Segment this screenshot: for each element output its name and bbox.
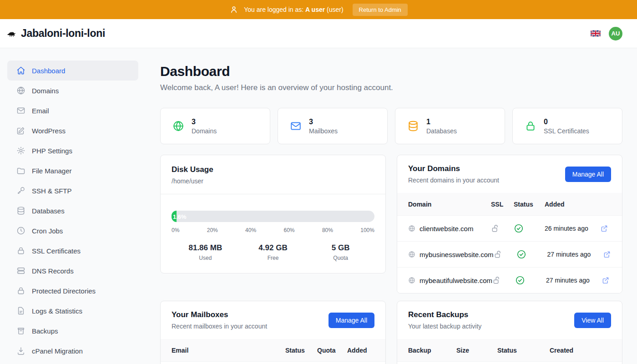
unlock-icon: [494, 250, 516, 259]
sidebar-item-label: Databases: [32, 207, 65, 215]
sidebar: Dashboard Domains Email: [0, 48, 146, 364]
domains-subtitle: Recent domains in your account: [408, 177, 499, 184]
sidebar-item-label: DNS Records: [32, 267, 74, 275]
domain-name[interactable]: clientwebsite.com: [420, 225, 473, 233]
disk-usage-bar: 1.6%: [172, 211, 374, 222]
stat-label: SSL Certificates: [544, 127, 589, 135]
backups-title: Recent Backups: [408, 310, 481, 319]
sidebar-item-dns-records[interactable]: DNS Records: [7, 261, 138, 281]
document-icon: [16, 306, 25, 315]
backups-table-header: BackupSizeStatusCreated: [397, 339, 622, 361]
disk-usage-scale: 0%20%40%60%80%100%: [172, 227, 374, 233]
brand[interactable]: Jabaloni-loni-loni: [7, 27, 105, 40]
sidebar-item-dashboard[interactable]: Dashboard: [7, 61, 138, 81]
page-subtitle: Welcome back, A user! Here is an overvie…: [160, 83, 622, 92]
globe-icon: [408, 251, 415, 258]
stat-card-ssl-certificates[interactable]: 0 SSL Certificates: [512, 108, 622, 144]
stat-value: 3: [192, 118, 217, 126]
mailboxes-title: Your Mailboxes: [172, 310, 267, 319]
home-icon: [16, 66, 25, 75]
stat-value: 1: [426, 118, 457, 126]
sidebar-item-backups[interactable]: Backups: [7, 321, 138, 341]
server-icon: [16, 266, 25, 275]
status-check-icon: [515, 275, 546, 285]
sidebar-item-protected-directories[interactable]: Protected Directories: [7, 281, 138, 301]
lock-icon: [525, 120, 536, 132]
manage-all-mailboxes-button[interactable]: Manage All: [329, 313, 374, 328]
user-avatar[interactable]: AU: [609, 27, 622, 40]
impersonated-role: (user): [327, 6, 344, 13]
logged-in-message: You are logged in as: A user (user): [244, 6, 343, 13]
main-content: Dashboard Welcome back, A user! Here is …: [146, 48, 637, 364]
disk-stat-quota: 5 GB Quota: [307, 243, 374, 261]
sidebar-item-label: WordPress: [32, 127, 66, 135]
gear-icon: [16, 146, 25, 155]
sidebar-item-label: Cron Jobs: [32, 227, 63, 235]
sidebar-item-email[interactable]: Email: [7, 101, 138, 121]
stat-card-mailboxes[interactable]: 3 Mailboxes: [278, 108, 388, 144]
uk-flag-icon[interactable]: [591, 30, 601, 37]
recent-backups-card: Recent Backups Your latest backup activi…: [397, 301, 622, 364]
domain-name[interactable]: mybusinesswebsite.com: [420, 251, 494, 258]
status-check-icon: [516, 249, 547, 259]
sidebar-item-label: Domains: [32, 87, 59, 95]
sidebar-item-php-settings[interactable]: PHP Settings: [7, 141, 138, 161]
domain-row: mybusinesswebsite.com 27 minutes ago: [397, 241, 622, 267]
mailboxes-table-header: EmailStatusQuotaAdded: [161, 339, 385, 361]
archive-box-icon: [16, 326, 25, 335]
domains-title: Your Domains: [408, 164, 499, 173]
stats-row: 3 Domains 3 Mailboxes: [160, 108, 622, 144]
page-title: Dashboard: [160, 64, 622, 79]
stat-label: Mailboxes: [309, 127, 338, 135]
external-link-icon[interactable]: [602, 276, 612, 284]
sidebar-item-cpanel-migration[interactable]: cPanel Migration: [7, 341, 138, 361]
external-link-icon[interactable]: [603, 250, 614, 258]
mail-icon: [290, 120, 302, 132]
person-icon: [229, 5, 238, 14]
sidebar-item-label: SSL Certificates: [32, 247, 81, 255]
app-title: Jabaloni-loni-loni: [21, 27, 105, 40]
sidebar-item-label: SSH & SFTP: [32, 187, 72, 195]
sidebar-item-databases[interactable]: Databases: [7, 201, 138, 221]
stat-card-domains[interactable]: 3 Domains: [160, 108, 270, 144]
sidebar-item-label: Dashboard: [32, 67, 65, 75]
stat-label: Databases: [426, 127, 457, 135]
stat-value: 0: [544, 118, 589, 126]
globe-icon: [408, 225, 415, 232]
app-header: Jabaloni-loni-loni AU: [0, 19, 637, 48]
sidebar-item-ssl-certificates[interactable]: SSL Certificates: [7, 241, 138, 261]
sidebar-item-label: Protected Directories: [32, 287, 96, 295]
status-check-icon: [514, 223, 545, 233]
globe-icon: [408, 277, 415, 284]
sidebar-item-cron-jobs[interactable]: Cron Jobs: [7, 221, 138, 241]
sidebar-item-label: Logs & Statistics: [32, 307, 82, 315]
domain-added: 27 minutes ago: [546, 277, 602, 284]
domain-row: clientwebsite.com 26 minutes ago: [397, 215, 622, 241]
folder-icon: [16, 166, 25, 175]
domain-name[interactable]: mybeautifulwebsite.com: [420, 277, 492, 284]
globe-icon: [16, 86, 25, 95]
sidebar-item-label: File Manager: [32, 167, 72, 175]
sidebar-item-label: Email: [32, 107, 49, 115]
backups-subtitle: Your latest backup activity: [408, 323, 481, 330]
sidebar-item-domains[interactable]: Domains: [7, 81, 138, 101]
sidebar-item-wordpress[interactable]: WordPress: [7, 121, 138, 141]
disk-usage-title: Disk Usage: [172, 165, 374, 174]
disk-usage-card: Disk Usage /home/user 1.6% 0%20%40%60%80…: [160, 155, 386, 273]
unlock-icon: [491, 224, 514, 233]
sidebar-item-ssh-sftp[interactable]: SSH & SFTP: [7, 181, 138, 201]
stat-label: Domains: [192, 127, 217, 135]
globe-icon: [172, 120, 184, 132]
lock-icon: [16, 286, 25, 295]
return-to-admin-button[interactable]: Return to Admin: [353, 4, 408, 16]
sidebar-item-file-manager[interactable]: File Manager: [7, 161, 138, 181]
domains-table-header: DomainSSLStatusAdded: [397, 193, 622, 215]
external-link-icon[interactable]: [600, 224, 611, 233]
pencil-square-icon: [16, 126, 25, 135]
stat-card-databases[interactable]: 1 Databases: [395, 108, 505, 144]
domain-row: mybeautifulwebsite.com 27 minutes ago: [397, 267, 622, 293]
view-all-backups-button[interactable]: View All: [574, 313, 611, 328]
manage-all-domains-button[interactable]: Manage All: [565, 167, 611, 182]
sidebar-item-logs-statistics[interactable]: Logs & Statistics: [7, 301, 138, 321]
sidebar-item-label: PHP Settings: [32, 147, 72, 155]
